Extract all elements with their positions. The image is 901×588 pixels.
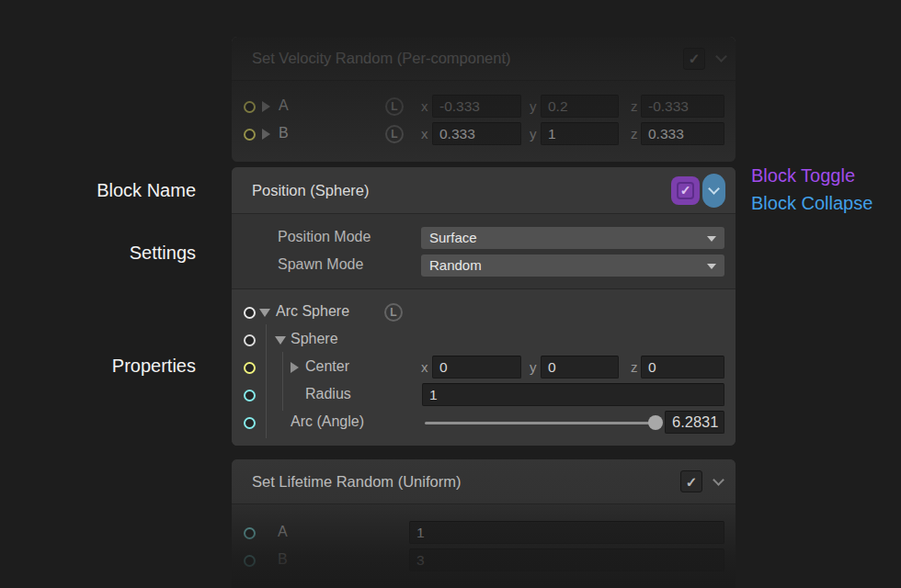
block-position-sphere: Position (Sphere) ✓ Position Mode Surfac…	[232, 167, 736, 446]
check-icon: ✓	[689, 51, 701, 65]
axis-z-label: z	[631, 98, 638, 114]
x-field[interactable]: -0.333	[432, 95, 521, 118]
block-header[interactable]: Set Lifetime Random (Uniform) ✓	[232, 459, 736, 503]
x-field[interactable]: 0.333	[432, 122, 521, 145]
annotation-block-toggle: Block Toggle	[751, 165, 855, 187]
axis-x-label: x	[421, 98, 428, 114]
dropdown-value: Surface	[429, 230, 477, 245]
property-label: Center	[305, 358, 349, 375]
value-field[interactable]: 1	[409, 521, 724, 544]
foldout-collapsed-icon[interactable]	[262, 129, 270, 140]
property-row-b: B L x 0.333 y 1 z 0.333	[232, 120, 736, 148]
property-row-arc-sphere: Arc Sphere L	[232, 299, 736, 326]
property-row-radius: Radius 1	[232, 381, 736, 409]
annotation-properties: Properties	[0, 356, 196, 377]
block-body: A 1 B 3	[232, 504, 736, 574]
setting-label: Position Mode	[278, 229, 371, 245]
local-space-icon[interactable]: L	[385, 125, 404, 143]
setting-label: Spawn Mode	[278, 256, 363, 273]
settings-section: Position Mode Surface Spawn Mode Random	[232, 214, 736, 288]
axis-y-label: y	[530, 359, 537, 375]
check-icon: ✓	[686, 475, 698, 489]
axis-y-label: y	[530, 98, 537, 114]
property-row-sphere: Sphere	[232, 326, 736, 354]
local-space-icon[interactable]: L	[384, 303, 403, 322]
check-icon: ✓	[680, 184, 691, 197]
foldout-expanded-icon[interactable]	[275, 336, 286, 345]
local-space-icon[interactable]: L	[385, 97, 404, 116]
block-title: Set Velocity Random (Per-component)	[252, 50, 683, 67]
checkbox-box: ✓	[677, 182, 694, 199]
z-field[interactable]: 0	[641, 356, 724, 379]
property-label: B	[279, 125, 289, 141]
y-field[interactable]: 1	[541, 122, 619, 145]
indent-guide	[266, 324, 267, 356]
dropdown-value: Random	[429, 257, 482, 273]
property-row-arc-angle: Arc (Angle) 6.2831	[232, 409, 736, 436]
input-port[interactable]	[244, 307, 256, 319]
x-field[interactable]: 0	[432, 356, 521, 379]
slider-handle[interactable]	[648, 415, 663, 430]
slider-track	[425, 422, 656, 424]
property-label: Radius	[305, 386, 351, 402]
foldout-expanded-icon[interactable]	[259, 309, 270, 317]
position-mode-dropdown[interactable]: Surface	[421, 227, 724, 249]
value-field[interactable]: 3	[409, 548, 724, 571]
input-port[interactable]	[244, 417, 256, 429]
dropdown-caret-icon	[707, 236, 716, 242]
block-enabled-checkbox[interactable]: ✓	[683, 48, 705, 70]
indent-guide	[266, 352, 267, 383]
chevron-down-icon	[713, 474, 724, 486]
block-header[interactable]: Position (Sphere) ✓	[232, 167, 736, 213]
block-header[interactable]: Set Velocity Random (Per-component) ✓	[232, 37, 736, 80]
properties-section: Arc Sphere L Sphere Center x 0 y 0 z	[232, 289, 736, 446]
block-toggle-checkbox[interactable]: ✓	[671, 176, 700, 205]
input-port[interactable]	[244, 527, 256, 539]
foldout-collapsed-icon[interactable]	[291, 362, 299, 373]
arc-angle-slider[interactable]	[425, 409, 656, 436]
foldout-collapsed-icon[interactable]	[262, 101, 270, 112]
setting-row: Position Mode Surface	[232, 225, 736, 251]
input-port[interactable]	[244, 390, 256, 401]
z-field[interactable]: 0.333	[641, 122, 724, 145]
chevron-down-icon	[708, 183, 720, 195]
property-label: Sphere	[291, 331, 338, 347]
lock-letter: L	[391, 128, 397, 141]
axis-y-label: y	[530, 126, 537, 141]
input-port[interactable]	[244, 362, 256, 374]
indent-guide	[266, 407, 267, 438]
property-label: A	[279, 97, 289, 114]
axis-x-label: x	[421, 359, 428, 375]
annotation-settings: Settings	[0, 243, 196, 264]
radius-field[interactable]: 1	[422, 383, 724, 406]
y-field[interactable]: 0.2	[541, 95, 619, 118]
block-collapse-button[interactable]	[702, 174, 725, 208]
block-title: Position (Sphere)	[252, 182, 671, 199]
chevron-down-icon	[715, 51, 727, 62]
lock-letter: L	[390, 306, 396, 319]
input-port[interactable]	[244, 129, 256, 141]
property-row-a: A 1	[232, 519, 736, 547]
block-set-velocity-random: Set Velocity Random (Per-component) ✓ A …	[232, 37, 736, 162]
property-row-b: B 3	[232, 547, 736, 574]
annotation-block-name: Block Name	[0, 180, 196, 201]
property-row-a: A L x -0.333 y 0.2 z -0.333	[232, 93, 736, 120]
axis-x-label: x	[421, 126, 428, 141]
annotation-block-collapse: Block Collapse	[751, 193, 872, 214]
y-field[interactable]: 0	[541, 356, 619, 379]
block-collapse-button[interactable]	[714, 480, 723, 484]
z-field[interactable]: -0.333	[641, 95, 724, 118]
spawn-mode-dropdown[interactable]: Random	[421, 254, 724, 277]
input-port[interactable]	[244, 334, 256, 346]
indent-guide	[282, 352, 283, 383]
indent-guide	[266, 379, 267, 411]
block-enabled-checkbox[interactable]: ✓	[680, 470, 702, 492]
property-label: Arc Sphere	[276, 303, 349, 320]
arc-angle-field[interactable]: 6.2831	[665, 411, 724, 434]
input-port[interactable]	[244, 101, 256, 113]
axis-z-label: z	[631, 359, 638, 375]
input-port[interactable]	[244, 555, 256, 567]
indent-guide	[282, 379, 283, 411]
block-collapse-button[interactable]	[717, 56, 725, 61]
setting-row: Spawn Mode Random	[232, 253, 736, 278]
